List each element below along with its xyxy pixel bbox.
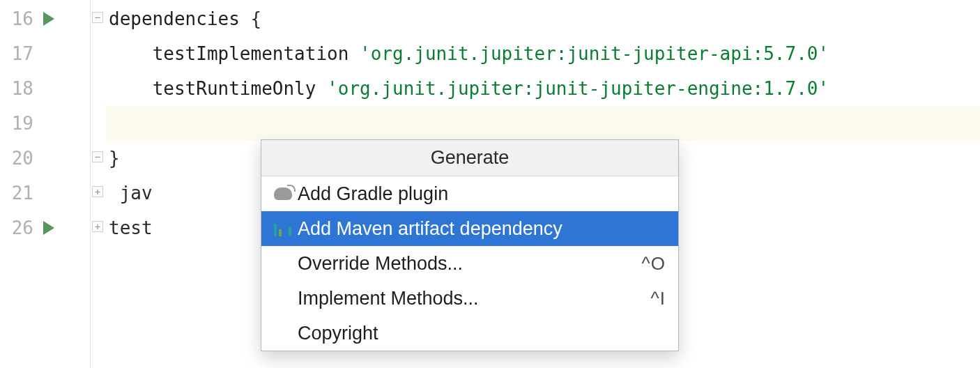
token-string: 'org.junit.jupiter:junit-jupiter-api:5.7…: [360, 45, 829, 63]
editor-gutter: 16 17 18 19 20 21 26: [0, 0, 91, 368]
menu-item-label: Add Maven artifact dependency: [298, 220, 656, 238]
menu-item-label: Add Gradle plugin: [298, 185, 656, 204]
line-number: 16: [6, 10, 33, 28]
code-line[interactable]: testImplementation 'org.junit.jupiter:ju…: [106, 36, 980, 71]
token-text: test: [109, 219, 153, 237]
line-number: 17: [6, 45, 33, 63]
code-editor: 16 17 18 19 20 21 26 − − + + dependenc: [0, 0, 980, 368]
code-area[interactable]: dependencies { testImplementation 'org.j…: [106, 0, 980, 368]
line-number: 26: [6, 219, 33, 237]
line-number: 18: [6, 79, 33, 98]
gutter-row[interactable]: 19: [0, 106, 90, 141]
token-string: 'org.junit.jupiter:junit-jupiter-engine:…: [327, 79, 829, 98]
code-line[interactable]: testRuntimeOnly 'org.junit.jupiter:junit…: [106, 71, 980, 106]
menu-item-copyright[interactable]: Copyright: [261, 316, 678, 351]
code-line[interactable]: dependencies {: [106, 1, 980, 36]
fold-toggle-icon[interactable]: −: [92, 12, 103, 23]
token-brace: {: [240, 10, 261, 28]
menu-item-label: Copyright: [298, 324, 656, 343]
menu-item-shortcut: ^O: [632, 254, 666, 273]
run-icon[interactable]: [43, 12, 54, 26]
menu-item-implement-methods[interactable]: Implement Methods... ^I: [261, 281, 678, 316]
maven-icon: [274, 221, 298, 236]
gutter-row[interactable]: 21: [0, 176, 90, 210]
menu-item-add-maven-artifact[interactable]: Add Maven artifact dependency: [261, 211, 678, 246]
generate-popup: Generate Add Gradle plugin Add Maven art…: [261, 139, 679, 351]
token-method: testRuntimeOnly: [153, 79, 327, 98]
menu-item-label: Implement Methods...: [298, 289, 641, 308]
menu-item-add-gradle-plugin[interactable]: Add Gradle plugin: [261, 176, 678, 211]
menu-item-override-methods[interactable]: Override Methods... ^O: [261, 246, 678, 281]
menu-item-label: Override Methods...: [298, 254, 632, 273]
gutter-row[interactable]: 17: [0, 36, 90, 71]
token-keyword: dependencies: [109, 10, 240, 28]
run-icon[interactable]: [43, 221, 54, 235]
token-method: testImplementation: [153, 45, 360, 63]
gradle-icon: [274, 187, 298, 200]
gutter-row[interactable]: 16: [0, 1, 90, 36]
menu-item-shortcut: ^I: [641, 289, 666, 307]
token-brace: }: [109, 149, 120, 167]
popup-title: Generate: [261, 140, 678, 176]
fold-column: − − + +: [91, 0, 106, 368]
line-number: 21: [6, 184, 33, 202]
gutter-row[interactable]: 20: [0, 141, 90, 176]
gutter-row[interactable]: 26: [0, 210, 90, 245]
code-line-current[interactable]: [106, 106, 980, 141]
line-number: 19: [6, 114, 33, 132]
fold-toggle-icon[interactable]: +: [92, 221, 103, 232]
line-number: 20: [6, 149, 33, 167]
fold-toggle-icon[interactable]: +: [92, 186, 103, 197]
fold-toggle-icon[interactable]: −: [92, 151, 103, 162]
token-text: jav: [109, 184, 153, 202]
gutter-row[interactable]: 18: [0, 71, 90, 106]
